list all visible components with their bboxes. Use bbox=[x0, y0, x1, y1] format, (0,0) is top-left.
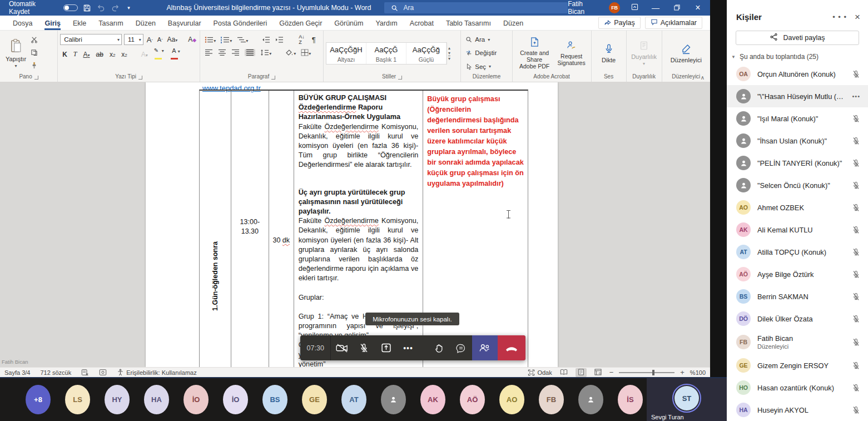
replace-button[interactable]: Değiştir bbox=[465, 49, 507, 56]
participant-more-options-icon[interactable]: ••• bbox=[852, 93, 860, 100]
cut-icon[interactable] bbox=[31, 36, 38, 46]
styles-scroll-up-icon[interactable]: ▴ bbox=[448, 46, 450, 51]
numbered-list-icon[interactable]: ▾ bbox=[221, 34, 232, 44]
collapse-ribbon-icon[interactable]: ∧ bbox=[701, 75, 705, 81]
style-card[interactable]: AaÇçĞğGüçlü bbox=[406, 43, 447, 64]
participant-mic-muted-icon[interactable] bbox=[852, 315, 860, 323]
table-cell-red-note[interactable]: Büyük grup çalışması (Öğrencilerin değer… bbox=[423, 91, 528, 367]
participant-avatar-HY[interactable]: HY bbox=[105, 385, 130, 414]
participant-avatar-generic[interactable] bbox=[578, 385, 603, 414]
qat-dropdown-icon[interactable]: ▾ bbox=[125, 3, 133, 12]
style-card[interactable]: AaÇçĞBaşlık 1 bbox=[366, 43, 406, 64]
superscript-icon[interactable]: x2 bbox=[120, 51, 128, 58]
participant-row[interactable]: ATAtilla TOPÇU (Konuk) bbox=[727, 241, 868, 263]
participant-row[interactable]: AKAli Kemal KUTLU bbox=[727, 219, 868, 241]
subscript-icon[interactable]: x2 bbox=[108, 51, 116, 58]
participant-mic-muted-icon[interactable] bbox=[852, 384, 860, 392]
participant-mic-muted-icon[interactable] bbox=[852, 338, 860, 346]
autosave-toggle[interactable] bbox=[63, 4, 78, 11]
paste-button[interactable]: Yapıştır ▾ bbox=[2, 33, 29, 73]
participant-avatar-AÖ[interactable]: AÖ bbox=[460, 385, 485, 414]
participant-row[interactable]: BSBerrin SAKMAN bbox=[727, 285, 868, 308]
participant-mic-muted-icon[interactable] bbox=[852, 159, 860, 167]
participant-avatar-AT[interactable]: AT bbox=[341, 385, 366, 414]
redo-icon[interactable] bbox=[111, 3, 120, 12]
participant-avatar-İO[interactable]: İO bbox=[223, 385, 248, 414]
zoom-slider[interactable] bbox=[619, 372, 674, 373]
share-screen-button[interactable] bbox=[375, 335, 398, 360]
active-speaker-tile[interactable]: ST Sevgi Turan bbox=[647, 378, 727, 421]
chat-button[interactable] bbox=[450, 335, 472, 360]
read-mode-icon[interactable] bbox=[558, 368, 570, 377]
styles-expand-icon[interactable]: ▾ bbox=[448, 56, 450, 61]
tab-dosya[interactable]: Dosya bbox=[7, 17, 38, 29]
panel-more-options-icon[interactable]: • • • bbox=[832, 13, 847, 21]
print-layout-icon[interactable] bbox=[576, 368, 587, 377]
paragraph-dialog-launcher-icon[interactable] bbox=[271, 76, 275, 80]
pano-dialog-launcher-icon[interactable] bbox=[34, 76, 38, 80]
participant-mic-muted-icon[interactable] bbox=[852, 137, 860, 145]
more-actions-button[interactable]: ••• bbox=[397, 335, 419, 360]
tab-düzen[interactable]: Düzen bbox=[130, 17, 162, 29]
participant-avatar-AO[interactable]: AO bbox=[499, 385, 524, 414]
bullet-list-icon[interactable]: ▾ bbox=[205, 34, 216, 44]
proofing-errors-icon[interactable] bbox=[81, 369, 89, 376]
participant-row[interactable]: "PELİN TANYERİ (Konuk)" bbox=[727, 152, 868, 174]
change-case-icon[interactable]: Aa▾ bbox=[166, 36, 179, 43]
tab-gözden-geçir[interactable]: Gözden Geçir bbox=[273, 17, 328, 29]
participant-mic-muted-icon[interactable] bbox=[852, 70, 860, 78]
participant-row[interactable]: "Selcen Öncü (Konuk)" bbox=[727, 174, 868, 196]
document-page[interactable]: www.tepdad.org.tr 1.Gün-öğleden sonra 13… bbox=[146, 82, 558, 367]
participant-avatar-İO[interactable]: İO bbox=[183, 385, 209, 414]
tab-başvurular[interactable]: Başvurular bbox=[162, 17, 207, 29]
clear-formatting-icon[interactable]: A◆ bbox=[187, 36, 197, 43]
participant-mic-muted-icon[interactable] bbox=[852, 270, 860, 279]
participant-row[interactable]: HAHuseyin AKYOL bbox=[727, 399, 868, 421]
participant-row[interactable]: FBFatih BicanDüzenleyici bbox=[727, 330, 868, 354]
find-button[interactable]: Ara▾ bbox=[465, 36, 507, 43]
font-color-icon[interactable]: A▾ bbox=[169, 48, 181, 61]
participant-row[interactable]: AOAhmet OZBEK bbox=[727, 196, 868, 219]
text-effects-icon[interactable]: A▾ bbox=[140, 51, 149, 58]
font-size-select[interactable]: 11▾ bbox=[124, 34, 143, 45]
font-name-select[interactable]: Calibri▾ bbox=[60, 34, 122, 45]
participant-mic-muted-icon[interactable] bbox=[852, 361, 860, 370]
increase-indent-icon[interactable] bbox=[275, 34, 284, 44]
web-layout-icon[interactable] bbox=[592, 368, 604, 377]
style-card[interactable]: AaÇçĞğHAltyazı bbox=[326, 43, 366, 64]
account-avatar[interactable]: FB bbox=[609, 2, 620, 13]
participants-section-header[interactable]: ▼ Şu anda bu toplantıda (25) bbox=[727, 45, 868, 63]
participant-mic-muted-icon[interactable] bbox=[852, 248, 860, 256]
tab-düzen[interactable]: Düzen bbox=[497, 17, 529, 29]
request-signatures-button[interactable]: Request Signatures bbox=[554, 33, 589, 73]
align-center-icon[interactable] bbox=[218, 47, 226, 57]
bold-icon[interactable]: K bbox=[61, 51, 68, 58]
camera-off-button[interactable] bbox=[331, 335, 353, 360]
participant-row[interactable]: OAOrçun Altunören (Konuk) bbox=[727, 63, 868, 85]
create-pdf-button[interactable]: Create and Share Adobe PDF bbox=[515, 33, 554, 73]
save-icon[interactable] bbox=[83, 3, 92, 12]
shading-icon[interactable]: ▾ bbox=[285, 47, 296, 57]
participant-avatar-+8[interactable]: +8 bbox=[26, 385, 51, 414]
participant-row[interactable]: DÖDilek Ülker Özata bbox=[727, 308, 868, 330]
pilcrow-icon[interactable]: ¶ bbox=[311, 36, 317, 44]
participant-avatar-GE[interactable]: GE bbox=[302, 385, 327, 414]
participant-mic-muted-icon[interactable] bbox=[852, 204, 860, 212]
share-button[interactable]: Paylaş bbox=[598, 17, 641, 29]
comments-button[interactable]: Açıklamalar bbox=[645, 17, 702, 29]
tab-acrobat[interactable]: Acrobat bbox=[404, 17, 440, 29]
font-dialog-launcher-icon[interactable] bbox=[138, 76, 142, 80]
participant-mic-muted-icon[interactable] bbox=[852, 293, 860, 301]
zoom-slider-thumb[interactable] bbox=[652, 370, 654, 375]
zoom-in-button[interactable]: + bbox=[680, 368, 685, 377]
table-cell-day[interactable]: 1.Gün-öğleden sonra bbox=[200, 91, 231, 367]
participant-mic-muted-icon[interactable] bbox=[852, 406, 860, 414]
hang-up-button[interactable] bbox=[498, 335, 526, 360]
dictate-button[interactable]: Dikte bbox=[598, 33, 619, 73]
justify-icon[interactable] bbox=[245, 49, 255, 56]
participant-row[interactable]: HOHasan ozantürk (Konuk) bbox=[727, 377, 868, 399]
highlight-color-icon[interactable]: ✎▾ bbox=[153, 47, 165, 61]
tab-tablo-tasarımı[interactable]: Tablo Tasarımı bbox=[440, 17, 497, 29]
participant-mic-muted-icon[interactable] bbox=[852, 181, 860, 190]
tab-tasarım[interactable]: Tasarım bbox=[92, 17, 129, 29]
